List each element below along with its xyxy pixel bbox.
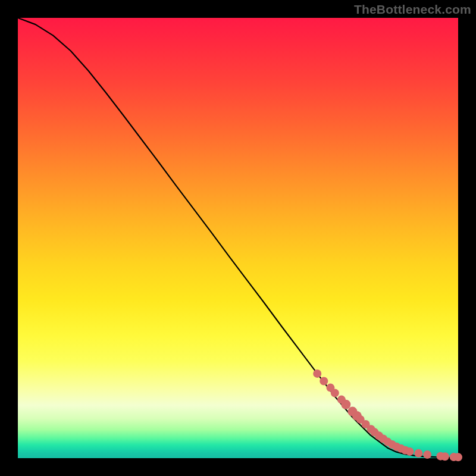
chart-svg [18, 18, 458, 458]
highlight-dot [454, 453, 462, 461]
attribution-text: TheBottleneck.com [354, 2, 471, 17]
bottleneck-curve [18, 18, 458, 458]
plot-area [18, 18, 458, 458]
chart-frame: TheBottleneck.com [0, 0, 476, 476]
highlight-dot [406, 447, 414, 456]
highlight-dot [331, 389, 339, 397]
highlight-dot [441, 452, 449, 461]
highlight-dot [414, 449, 422, 458]
highlight-dot [341, 400, 350, 409]
highlight-dot [320, 377, 328, 386]
highlight-dot [313, 369, 321, 378]
highlight-dot [423, 450, 431, 459]
